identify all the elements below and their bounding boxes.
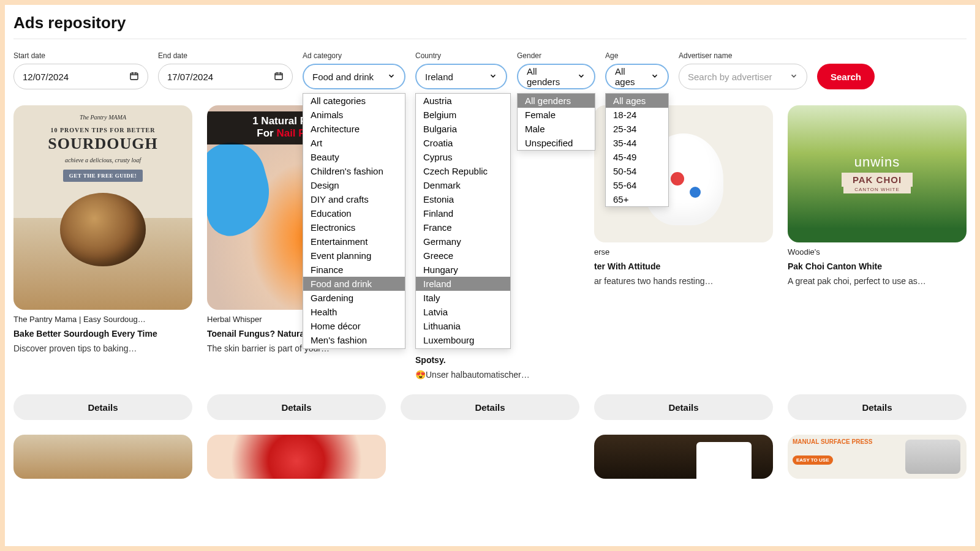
- value-ad-category: Food and drink: [312, 72, 374, 82]
- select-gender[interactable]: All genders: [517, 64, 595, 89]
- dropdown-option[interactable]: Men's fashion: [303, 333, 405, 347]
- dropdown-option[interactable]: Female: [518, 108, 595, 122]
- chevron-down-icon: [650, 72, 659, 82]
- dropdown-option[interactable]: Denmark: [416, 178, 510, 192]
- dropdown-option[interactable]: Entertainment: [303, 234, 405, 249]
- dropdown-option[interactable]: 25-34: [606, 122, 668, 136]
- select-age[interactable]: All ages: [605, 64, 669, 89]
- dropdown-option[interactable]: All genders: [518, 94, 595, 108]
- dropdown-option[interactable]: Event planning: [303, 249, 405, 263]
- dropdown-option[interactable]: Male: [518, 122, 595, 136]
- dropdown-option[interactable]: Italy: [416, 291, 510, 305]
- value-start-date: 12/07/2024: [23, 72, 69, 82]
- dropdown-option[interactable]: All ages: [606, 94, 668, 108]
- thumb-text: 10 PROVEN TIPS FOR BETTER: [51, 127, 156, 133]
- dropdown-option[interactable]: 45-49: [606, 150, 668, 164]
- ad-thumbnail[interactable]: MANUAL SURFACE PRESS EASY TO USE: [788, 435, 967, 479]
- dropdown-option[interactable]: Lithuania: [416, 319, 510, 333]
- card-advertiser: Woodie's: [788, 247, 967, 257]
- dropdown-option[interactable]: Unspecified: [518, 136, 595, 150]
- dropdown-option[interactable]: All categories: [303, 94, 405, 108]
- label-age: Age: [605, 51, 669, 60]
- dropdown-option[interactable]: Children's fashion: [303, 164, 405, 178]
- dropdown-option[interactable]: 55-64: [606, 178, 668, 192]
- details-button[interactable]: Details: [207, 394, 386, 420]
- dropdown-option[interactable]: Electronics: [303, 220, 405, 234]
- details-button[interactable]: Details: [788, 394, 967, 420]
- card-description: ar features two hands resting…: [594, 276, 773, 286]
- dropdown-option[interactable]: Animals: [303, 108, 405, 122]
- value-country: Ireland: [425, 72, 453, 82]
- dropdown-option[interactable]: Malta: [416, 347, 510, 349]
- dropdown-option[interactable]: Finland: [416, 206, 510, 220]
- dropdown-option[interactable]: 35-44: [606, 136, 668, 150]
- calendar-icon: [274, 71, 284, 83]
- dropdown-option[interactable]: Czech Republic: [416, 164, 510, 178]
- label-country: Country: [415, 51, 507, 60]
- dropdown-option[interactable]: France: [416, 220, 510, 234]
- dropdown-option[interactable]: Cyprus: [416, 150, 510, 164]
- dropdown-option[interactable]: Architecture: [303, 122, 405, 136]
- input-end-date[interactable]: 17/07/2024: [158, 64, 293, 89]
- dropdown-option[interactable]: Health: [303, 305, 405, 319]
- dropdown-option[interactable]: 50-54: [606, 164, 668, 178]
- dropdown-option[interactable]: Home décor: [303, 319, 405, 333]
- ad-thumbnail[interactable]: The Pantry MAMA 10 PROVEN TIPS FOR BETTE…: [13, 105, 192, 310]
- dropdown-option[interactable]: Austria: [416, 94, 510, 108]
- dropdown-option[interactable]: Finance: [303, 263, 405, 277]
- card-description: Discover proven tips to baking…: [13, 343, 192, 353]
- thumb-tag: MANUAL SURFACE PRESS: [793, 438, 872, 445]
- input-advertiser[interactable]: [679, 64, 807, 89]
- dropdown-option[interactable]: Germany: [416, 234, 510, 249]
- card-title: ter With Attitude: [594, 261, 773, 271]
- dropdown-ad-category[interactable]: All categoriesAnimalsArchitectureArtBeau…: [303, 93, 405, 349]
- dropdown-option[interactable]: Ireland: [416, 277, 510, 291]
- search-button[interactable]: Search: [817, 64, 875, 89]
- select-ad-category[interactable]: Food and drink: [303, 64, 405, 89]
- dropdown-option[interactable]: Luxembourg: [416, 333, 510, 347]
- ad-thumbnail[interactable]: unwins PAK CHOI CANTON WHITE: [788, 105, 967, 242]
- label-gender: Gender: [517, 51, 595, 60]
- advertiser-search-input[interactable]: [688, 72, 785, 82]
- dropdown-option[interactable]: Art: [303, 136, 405, 150]
- ad-thumbnail[interactable]: [594, 435, 773, 479]
- dropdown-option[interactable]: DIY and crafts: [303, 192, 405, 206]
- label-advertiser: Advertiser name: [679, 51, 807, 60]
- label-start-date: Start date: [13, 51, 148, 60]
- dropdown-option[interactable]: Hungary: [416, 263, 510, 277]
- thumb-text: achieve a delicious, crusty loaf: [65, 157, 141, 163]
- dropdown-option[interactable]: Design: [303, 178, 405, 192]
- dropdown-option[interactable]: Beauty: [303, 150, 405, 164]
- dropdown-country[interactable]: AustriaBelgiumBulgariaCroatiaCyprusCzech…: [415, 93, 511, 349]
- card-title: Spotsy.: [401, 355, 579, 365]
- dropdown-option[interactable]: Belgium: [416, 108, 510, 122]
- details-button[interactable]: Details: [13, 394, 192, 420]
- details-button[interactable]: Details: [401, 394, 579, 420]
- ad-thumbnail[interactable]: [207, 435, 386, 479]
- card-advertiser: The Pantry Mama | Easy Sourdoug…: [13, 315, 192, 324]
- select-country[interactable]: Ireland: [415, 64, 507, 89]
- dropdown-option[interactable]: Estonia: [416, 192, 510, 206]
- dropdown-gender[interactable]: All gendersFemaleMaleUnspecified: [517, 93, 595, 151]
- value-end-date: 17/07/2024: [167, 72, 213, 82]
- dropdown-option[interactable]: Food and drink: [303, 277, 405, 291]
- filter-age: Age All ages All ages18-2425-3435-4445-4…: [605, 51, 669, 89]
- label-ad-category: Ad category: [303, 51, 405, 60]
- input-start-date[interactable]: 12/07/2024: [13, 64, 148, 89]
- dropdown-option[interactable]: Gardening: [303, 291, 405, 305]
- ad-thumbnail[interactable]: [13, 435, 192, 479]
- dropdown-option[interactable]: Latvia: [416, 305, 510, 319]
- dropdown-option[interactable]: Greece: [416, 249, 510, 263]
- details-button[interactable]: Details: [594, 394, 773, 420]
- dropdown-option[interactable]: 18-24: [606, 108, 668, 122]
- chevron-down-icon: [387, 72, 396, 82]
- dropdown-option[interactable]: 65+: [606, 192, 668, 206]
- dropdown-option[interactable]: Other: [303, 347, 405, 349]
- thumb-sub: CANTON WHITE: [843, 187, 911, 193]
- dropdown-option[interactable]: Croatia: [416, 136, 510, 150]
- dropdown-option[interactable]: Education: [303, 206, 405, 220]
- dropdown-option[interactable]: Bulgaria: [416, 122, 510, 136]
- label-end-date: End date: [158, 51, 293, 60]
- thumb-tag: EASY TO USE: [793, 455, 833, 465]
- dropdown-age[interactable]: All ages18-2425-3435-4445-4950-5455-6465…: [605, 93, 669, 207]
